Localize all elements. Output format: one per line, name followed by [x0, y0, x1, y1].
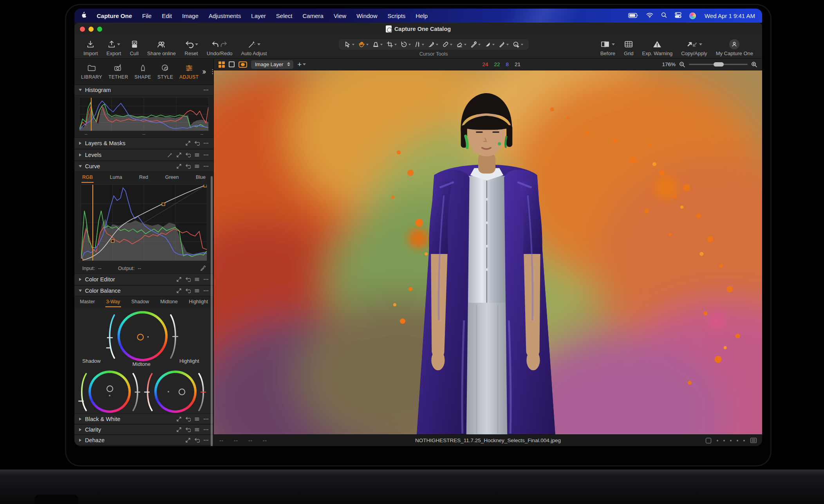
kebab-menu-icon[interactable]: ⋮ [210, 70, 214, 72]
tab-adjust[interactable]: ADJUST [177, 62, 201, 81]
reset-panel-icon[interactable] [185, 427, 191, 432]
copy-apply-button[interactable]: Copy/Apply [678, 36, 710, 58]
list-view-icon[interactable] [750, 438, 757, 443]
heal-tool[interactable] [441, 40, 454, 49]
minimize-button[interactable] [89, 27, 94, 32]
photo-canvas[interactable] [214, 70, 762, 434]
spot-removal-tool[interactable] [511, 40, 525, 49]
erase-mask-tool[interactable] [455, 40, 468, 49]
menu-help[interactable]: Help [416, 13, 428, 19]
cb-tab-shadow[interactable]: Shadow [130, 297, 150, 307]
draw-mask-tool[interactable] [426, 40, 440, 49]
before-button[interactable]: Before [597, 36, 619, 58]
presets-menu-icon[interactable] [194, 277, 200, 282]
search-icon[interactable] [661, 12, 667, 19]
vignetting-header[interactable]: Vignetting [74, 445, 213, 446]
menu-select[interactable]: Select [276, 13, 293, 19]
dehaze-header[interactable]: Dehaze [74, 435, 213, 445]
menu-scripts[interactable]: Scripts [388, 13, 406, 19]
expand-panel-icon[interactable] [176, 152, 182, 158]
expand-panel-icon[interactable] [176, 277, 182, 282]
annotate-tool[interactable] [497, 40, 510, 49]
expand-panel-icon[interactable] [176, 416, 182, 422]
export-button[interactable]: Export [103, 36, 125, 58]
cb-tab-master[interactable]: Master [79, 297, 96, 307]
curve-tab-blue[interactable]: Blue [195, 173, 206, 183]
curve-tab-rgb[interactable]: RGB [81, 173, 94, 183]
mask-visibility-icon[interactable] [239, 61, 247, 68]
reset-panel-icon[interactable] [185, 277, 191, 282]
menu-camera[interactable]: Camera [303, 13, 323, 19]
expand-panel-icon[interactable] [176, 288, 182, 293]
more-icon[interactable] [203, 277, 209, 282]
grid-button[interactable]: Grid [620, 36, 637, 58]
exposure-warning-button[interactable]: Exp. Warning [639, 36, 676, 58]
expand-panel-icon[interactable] [185, 437, 191, 443]
reset-panel-icon[interactable] [194, 437, 200, 443]
midtone-wheel[interactable] [117, 311, 168, 361]
reset-panel-icon[interactable] [185, 152, 191, 158]
import-button[interactable]: Import [80, 36, 101, 58]
zoom-slider[interactable] [689, 64, 748, 65]
reset-panel-icon[interactable] [185, 416, 191, 422]
color-editor-header[interactable]: Color Editor [74, 274, 213, 285]
tab-shape[interactable]: SHAPE [132, 62, 154, 81]
cull-button[interactable]: Cull [126, 36, 142, 58]
control-center-icon[interactable] [675, 12, 681, 19]
presets-menu-icon[interactable] [194, 427, 200, 432]
reset-panel-icon[interactable] [194, 140, 200, 146]
curve-picker-icon[interactable] [200, 265, 206, 271]
sidebar-scrollbar[interactable] [211, 176, 213, 446]
menu-adjustments[interactable]: Adjustments [209, 13, 241, 19]
pan-tool[interactable] [357, 40, 370, 49]
menu-clock[interactable]: Wed Apr 1 9:41 AM [705, 13, 755, 19]
multi-view-icon[interactable] [219, 61, 225, 68]
highlight-wheel[interactable] [154, 371, 197, 413]
share-online-button[interactable]: Share online [144, 36, 179, 58]
menu-file[interactable]: File [142, 13, 152, 19]
presets-menu-icon[interactable] [194, 164, 200, 169]
more-icon[interactable] [203, 140, 209, 146]
more-icon[interactable] [203, 152, 209, 158]
add-layer-button[interactable]: + [297, 60, 306, 69]
my-capture-one-button[interactable]: My Capture One [712, 36, 757, 58]
rating-dots[interactable] [717, 440, 745, 441]
expand-panel-icon[interactable] [176, 427, 182, 432]
pick-color-tool[interactable] [469, 40, 482, 49]
more-icon[interactable] [203, 87, 209, 93]
curve-graph[interactable] [81, 184, 207, 261]
more-icon[interactable] [203, 437, 209, 443]
undo-redo-button[interactable]: Undo/Redo [203, 36, 236, 58]
reset-button[interactable]: Reset [181, 36, 202, 58]
layer-dropdown[interactable]: Image Layer [251, 60, 293, 69]
cb-tab-highlight[interactable]: Highlight [188, 297, 209, 307]
histogram-header[interactable]: Histogram [74, 85, 213, 95]
expand-panel-icon[interactable] [185, 140, 191, 146]
black-white-header[interactable]: Black & White [74, 414, 213, 424]
menu-window[interactable]: Window [356, 13, 377, 19]
presets-menu-icon[interactable] [194, 152, 200, 158]
curve-tab-luma[interactable]: Luma [109, 173, 123, 183]
curve-header[interactable]: Curve [74, 161, 213, 172]
auto-adjust-button[interactable]: Auto Adjust [238, 36, 271, 58]
shadow-wheel[interactable] [89, 371, 131, 413]
more-icon[interactable] [203, 288, 209, 293]
reset-panel-icon[interactable] [185, 288, 191, 293]
tab-library[interactable]: LIBRARY [78, 62, 105, 81]
color-balance-header[interactable]: Color Balance [74, 285, 213, 296]
presets-menu-icon[interactable] [194, 416, 200, 422]
expand-panel-icon[interactable] [176, 164, 182, 169]
menu-layer[interactable]: Layer [251, 13, 266, 19]
rotate-tool[interactable] [399, 40, 412, 49]
presets-menu-icon[interactable] [194, 288, 200, 293]
tab-tether[interactable]: TETHER [106, 62, 131, 81]
more-icon[interactable] [203, 416, 209, 422]
battery-icon[interactable] [628, 13, 638, 19]
cb-tab-3way[interactable]: 3-Way [105, 297, 121, 307]
menu-image[interactable]: Image [182, 13, 199, 19]
apple-menu-icon[interactable] [81, 12, 87, 20]
menu-app-name[interactable]: Capture One [97, 13, 132, 19]
zoom-out-icon[interactable] [679, 61, 685, 68]
single-view-icon[interactable] [229, 61, 235, 67]
gradient-mask-tool[interactable] [483, 40, 496, 49]
